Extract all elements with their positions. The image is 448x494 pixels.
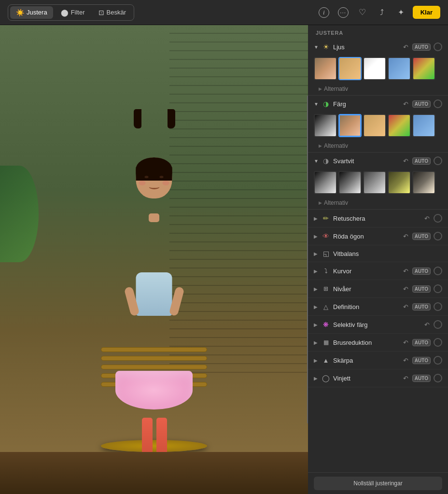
ljus-thumb-4[interactable]: [388, 57, 411, 80]
tab-crop[interactable]: ⊡ Beskär: [93, 6, 132, 19]
ljus-thumb-3[interactable]: [363, 57, 386, 80]
photo-resize-handle[interactable]: [307, 96, 308, 424]
alternativ-label: Alternativ: [324, 85, 348, 92]
svartvit-thumb-5[interactable]: [412, 171, 435, 194]
section-nivaer[interactable]: ▶ ⊞ Nivåer ↶ AUTO: [308, 280, 448, 298]
kurvor-auto-badge[interactable]: AUTO: [412, 268, 431, 275]
farg-thumb-5[interactable]: [412, 114, 435, 137]
ljus-thumb-2[interactable]: [338, 57, 362, 80]
section-ljus-header[interactable]: ▼ ☀ Ljus ↶ AUTO: [308, 39, 448, 55]
definition-auto-badge[interactable]: AUTO: [412, 303, 431, 311]
section-brusreduktion[interactable]: ▶ ▦ Brusreduktion ↶ AUTO: [308, 334, 448, 352]
ljus-reset-button[interactable]: ↶: [402, 43, 409, 51]
ljus-auto-badge[interactable]: AUTO: [412, 43, 431, 51]
share-button[interactable]: ⤴: [374, 5, 390, 20]
roda-ogon-auto-badge[interactable]: AUTO: [412, 233, 431, 240]
roda-ogon-toggle[interactable]: [434, 232, 442, 240]
kurvor-reset-button[interactable]: ↶: [402, 268, 409, 275]
floor: [0, 452, 308, 494]
more-button[interactable]: ···: [336, 5, 351, 20]
tab-adjust[interactable]: ☀️ Justera: [10, 6, 53, 19]
brusreduktion-toggle[interactable]: [434, 338, 442, 347]
ljus-thumb-5[interactable]: [412, 57, 435, 80]
section-retuschera[interactable]: ▶ ✏ Retuschera ↶: [308, 210, 448, 227]
vinjett-auto-badge[interactable]: AUTO: [412, 375, 431, 382]
section-vitbalans-label: Vitbalans: [333, 250, 439, 257]
sharpness-icon: ▲: [322, 357, 330, 364]
selektiv-farg-toggle[interactable]: [434, 320, 442, 329]
farg-thumb-2[interactable]: [338, 114, 362, 137]
roda-ogon-controls: ↶ AUTO: [402, 232, 442, 240]
definition-reset-button[interactable]: ↶: [402, 303, 409, 311]
section-svartvit-header[interactable]: ▼ ◑ Svartvit ↶ AUTO: [308, 153, 448, 169]
brusreduktion-reset-button[interactable]: ↶: [402, 339, 409, 346]
svartvit-reset-button[interactable]: ↶: [402, 157, 409, 165]
more-icon: ···: [338, 7, 349, 18]
section-skarpa-label: Skärpa: [333, 357, 399, 364]
svartvit-auto-badge[interactable]: AUTO: [412, 157, 431, 165]
section-skarpa[interactable]: ▶ ▲ Skärpa ↶ AUTO: [308, 352, 448, 369]
section-farg-header[interactable]: ▼ ◑ Färg ↶ AUTO: [308, 96, 448, 112]
info-button[interactable]: i: [316, 5, 332, 20]
farg-thumb-3[interactable]: [363, 114, 386, 137]
retuschera-toggle[interactable]: [434, 214, 442, 223]
thumb-inner: [339, 115, 361, 136]
enhance-button[interactable]: ✦: [393, 5, 409, 20]
bw-icon: ◑: [322, 157, 330, 165]
section-selektiv-farg[interactable]: ▶ ❋ Selektiv färg ↶: [308, 316, 448, 334]
svartvit-thumb-4[interactable]: [388, 171, 411, 194]
section-roda-ogon[interactable]: ▶ 👁 Röda ögon ↶ AUTO: [308, 227, 448, 245]
section-ljus-label: Ljus: [333, 43, 399, 51]
done-button[interactable]: Klar: [413, 6, 440, 19]
vinjett-toggle[interactable]: [434, 374, 442, 382]
child-hair-bangs: [136, 167, 172, 177]
toolbar-actions: i ··· ♡ ⤴ ✦ Klar: [316, 5, 440, 20]
skarpa-toggle[interactable]: [434, 356, 442, 365]
chair-seat: [101, 440, 207, 452]
farg-thumb-4[interactable]: [388, 114, 411, 137]
brusreduktion-auto-badge[interactable]: AUTO: [412, 339, 431, 346]
definition-toggle[interactable]: [434, 302, 442, 311]
child-head: [136, 157, 172, 198]
selektiv-farg-reset-button[interactable]: ↶: [423, 321, 431, 328]
reset-all-button[interactable]: Nollställ justeringar: [314, 477, 442, 490]
nivaer-reset-button[interactable]: ↶: [402, 285, 409, 293]
child-eye-left: [145, 176, 149, 178]
child-leg-left: [142, 418, 153, 456]
svartvit-alternativ[interactable]: ▶ Alternativ: [308, 198, 448, 209]
skarpa-auto-badge[interactable]: AUTO: [412, 357, 431, 364]
nivaer-toggle[interactable]: [434, 284, 442, 293]
svartvit-thumb-3[interactable]: [363, 171, 386, 194]
ljus-alternativ[interactable]: ▶ Alternativ: [308, 84, 448, 95]
farg-alternativ[interactable]: ▶ Alternativ: [308, 141, 448, 152]
toolbar-tab-group: ☀️ Justera ⬤ Filter ⊡ Beskär: [8, 4, 134, 21]
svartvit-thumb-1[interactable]: [314, 171, 337, 194]
section-vitbalans[interactable]: ▶ ◱ Vitbalans: [308, 245, 448, 262]
favorite-button[interactable]: ♡: [355, 5, 370, 20]
skarpa-reset-button[interactable]: ↶: [402, 357, 409, 364]
roda-ogon-reset-button[interactable]: ↶: [402, 233, 409, 240]
farg-toggle[interactable]: [434, 99, 442, 108]
section-vinjett[interactable]: ▶ ◯ Vinjett ↶ AUTO: [308, 369, 448, 387]
child-eye-right: [160, 176, 164, 178]
vinjett-reset-button[interactable]: ↶: [402, 375, 409, 382]
child-leg-right: [156, 418, 167, 456]
tab-filter[interactable]: ⬤ Filter: [55, 6, 91, 19]
section-kurvor[interactable]: ▶ ⤵ Kurvor ↶ AUTO: [308, 262, 448, 280]
svartvit-toggle[interactable]: [434, 156, 442, 165]
farg-auto-badge[interactable]: AUTO: [412, 100, 431, 108]
thumb-inner: [389, 58, 410, 79]
nivaer-auto-badge[interactable]: AUTO: [412, 285, 431, 293]
retuschera-reset-button[interactable]: ↶: [423, 215, 431, 222]
kurvor-toggle[interactable]: [434, 267, 442, 275]
thumb-inner: [389, 172, 410, 193]
svartvit-thumb-2[interactable]: [338, 171, 362, 194]
ljus-thumb-1[interactable]: [314, 57, 337, 80]
ljus-toggle[interactable]: [434, 42, 442, 51]
farg-thumb-1[interactable]: [314, 114, 337, 137]
info-icon: i: [319, 7, 329, 18]
chevron-skarpa-icon: ▶: [314, 358, 319, 363]
farg-reset-button[interactable]: ↶: [402, 100, 409, 108]
section-definition[interactable]: ▶ △ Definition ↶ AUTO: [308, 298, 448, 316]
child-skirt: [115, 371, 193, 409]
